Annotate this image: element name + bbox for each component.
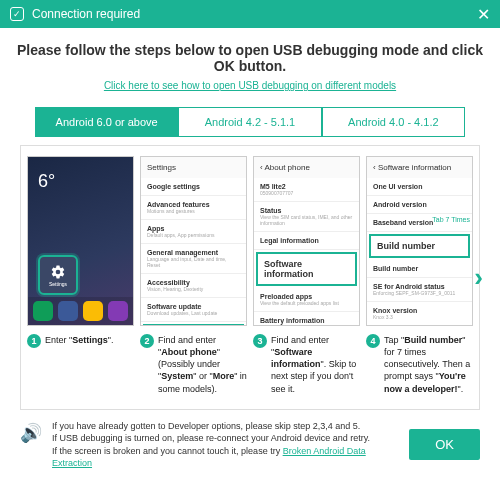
tab-android-40[interactable]: Android 4.0 - 4.1.2 [322,107,465,137]
step-2: Settings Google settings Advanced featur… [140,156,247,395]
help-link[interactable]: Click here to see how to open USB debugg… [104,80,396,91]
step-text: Find and enter "About phone" (Possibly u… [158,334,247,395]
instruction-panel: 6° Settings 1 Enter "Settings". [20,145,480,410]
step-text: Tap "Build number" for 7 times consecuti… [384,334,473,395]
tap-7-times-label: Tab 7 Times [432,216,470,223]
tabs: Android 6.0 or above Android 4.2 - 5.1.1… [35,107,465,137]
dock-icon [108,301,128,321]
dock-icon [83,301,103,321]
screenshot-4: ‹ Software information One UI version An… [366,156,473,326]
shot-header: ‹ About phone [254,157,359,178]
weather-temp: 6° [38,171,55,192]
close-icon[interactable]: ✕ [477,5,490,24]
page-heading: Please follow the steps below to open US… [10,42,490,74]
shot-header: ‹ Software information [367,157,472,178]
shot-header: Settings [141,157,246,178]
step-number: 4 [366,334,380,348]
title-bar: ✓ Connection required ✕ [0,0,500,28]
step-3: ‹ About phone M5 lite2050900707707 Statu… [253,156,360,395]
window-title: Connection required [32,7,477,21]
settings-icon: Settings [38,255,78,295]
highlight-build-number: Build number [369,234,470,258]
highlight-software-info: Software information [256,252,357,286]
speaker-icon: 🔊 [20,422,42,444]
step-text: Find and enter "Software information". S… [271,334,360,395]
step-text: Enter "Settings". [45,334,113,348]
step-number: 1 [27,334,41,348]
dock [28,297,133,325]
shield-icon: ✓ [10,7,24,21]
step-1: 6° Settings 1 Enter "Settings". [27,156,134,395]
dock-icon [33,301,53,321]
dock-icon [58,301,78,321]
tab-android-6[interactable]: Android 6.0 or above [35,107,178,137]
footer-text: If you have already gotten to Developer … [52,420,399,470]
footer: 🔊 If you have already gotten to Develope… [0,410,500,480]
tab-android-42[interactable]: Android 4.2 - 5.1.1 [178,107,321,137]
step-number: 2 [140,334,154,348]
next-arrow-icon[interactable]: › [474,262,483,293]
ok-button[interactable]: OK [409,429,480,460]
header: Please follow the steps below to open US… [0,28,500,97]
screenshot-3: ‹ About phone M5 lite2050900707707 Statu… [253,156,360,326]
step-number: 3 [253,334,267,348]
screenshot-1: 6° Settings [27,156,134,326]
step-4: ‹ Software information One UI version An… [366,156,473,395]
highlight-about-phone: About phone [143,324,244,326]
screenshot-2: Settings Google settings Advanced featur… [140,156,247,326]
